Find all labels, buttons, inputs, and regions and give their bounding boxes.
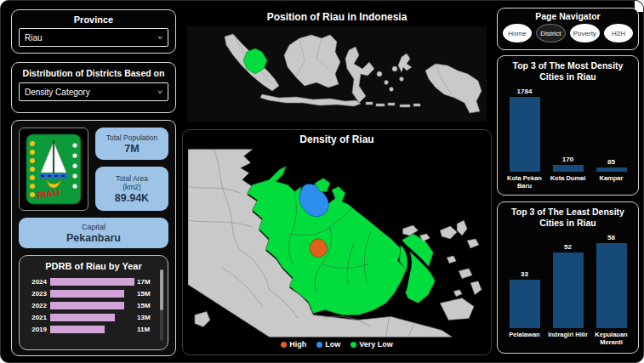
bar-value-label: 13M <box>137 314 151 321</box>
bar-category-label: Pelalawan <box>509 331 539 346</box>
density-bar[interactable] <box>510 97 540 172</box>
density-bar[interactable] <box>553 252 584 329</box>
bar-value-label: 85 <box>607 158 615 166</box>
right-sidebar: Page Navigator HomeDistrictPovertyH2H To… <box>497 8 639 354</box>
province-dropdown[interactable]: Riau ˅ <box>19 28 168 47</box>
bar-track <box>50 302 134 309</box>
bar-category-label: Kota Dumai <box>550 174 586 190</box>
bar-value-label: 17M <box>137 278 151 286</box>
pdrb-bar-row: 202215M <box>26 300 161 311</box>
nav-button-home[interactable]: Home <box>503 24 532 43</box>
province-selected: Riau <box>25 33 43 43</box>
bar-value-label: 11M <box>137 326 150 333</box>
chevron-down-icon: ˅ <box>157 88 162 96</box>
year-label: 2022 <box>26 302 47 309</box>
bar-column: 85Kampar <box>590 158 633 190</box>
least-density-bar-chart: 33Pelalawan52Indragiri Hilir58Kepulauan … <box>503 234 633 346</box>
year-label: 2021 <box>26 314 47 321</box>
nav-button-district[interactable]: District <box>536 24 565 43</box>
bar-value-label: 170 <box>562 156 573 163</box>
capital-value: Pekanbaru <box>19 232 168 244</box>
position-map-title: Position of Riau in Indonesia <box>182 6 492 23</box>
bar-column: 170Kota Dumai <box>546 156 590 190</box>
pdrb-chart-title: PDRB of Riau by Year <box>26 261 161 271</box>
indonesia-map[interactable] <box>187 26 487 122</box>
pdrb-scrollbar[interactable] <box>160 269 163 341</box>
total-population-label: Total Population <box>95 133 168 142</box>
total-population-card: Total Population 7M <box>95 128 168 160</box>
density-region-high[interactable] <box>310 239 327 257</box>
density-map-title: Density of Riau <box>183 133 491 145</box>
total-area-unit: (km2) <box>95 183 168 191</box>
legend-item-very-low: Very Low <box>350 340 393 349</box>
bar-value-label: 1784 <box>517 88 533 95</box>
legend-dot <box>350 342 356 348</box>
nav-button-h2h[interactable]: H2H <box>604 24 633 43</box>
pdrb-bar[interactable] <box>50 314 115 321</box>
bar-column: 1784Kota Pekan Baru <box>503 88 546 190</box>
legend-label: Very Low <box>359 340 393 349</box>
most-density-chart-title: Top 3 of The Most Density Cities in Riau <box>503 60 633 82</box>
capital-label: Capital <box>19 223 168 231</box>
maps-column: Position of Riau in Indonesia <box>182 6 492 355</box>
district-dashboard: Province Riau ˅ Distribution of District… <box>0 0 644 363</box>
pdrb-bar-chart: 202417M202315M202215M202113M201911M <box>26 276 161 335</box>
legend-item-low: Low <box>316 340 340 349</box>
bar-track <box>50 290 134 298</box>
least-density-chart-title: Top 3 of The Least Density Cities in Ria… <box>503 207 633 229</box>
most-density-chart-card: Top 3 of The Most Density Cities in Riau… <box>497 55 639 196</box>
year-label: 2023 <box>26 290 47 298</box>
bar-category-label: Kepulauan Meranti <box>590 331 633 346</box>
distribution-selected: Density Category <box>25 88 90 97</box>
year-label: 2024 <box>26 278 47 286</box>
density-map-card: Density of Riau <box>182 129 492 355</box>
nav-button-poverty[interactable]: Poverty <box>570 24 600 43</box>
bar-column: 33Pelalawan <box>503 270 546 346</box>
density-bar[interactable] <box>596 167 627 172</box>
legend-label: Low <box>325 340 340 349</box>
province-info-panel: RIAU Total Population 7M Total Area (km2… <box>11 120 176 356</box>
legend-dot <box>316 342 322 348</box>
bar-track <box>50 326 134 333</box>
distribution-panel: Distribution of Districts Based on Densi… <box>11 62 176 113</box>
page-navigator-panel: Page Navigator HomeDistrictPovertyH2H <box>497 8 639 50</box>
bar-value-label: 58 <box>607 234 615 241</box>
total-area-value: 89.94K <box>95 192 168 204</box>
pdrb-bar[interactable] <box>50 326 105 333</box>
legend-item-high: High <box>281 340 306 349</box>
pdrb-bar[interactable] <box>50 278 134 286</box>
bar-track <box>50 314 134 321</box>
distribution-title: Distribution of Districts Based on <box>19 68 168 78</box>
distribution-dropdown[interactable]: Density Category ˅ <box>19 82 168 101</box>
pdrb-bar-row: 202417M <box>26 276 161 287</box>
pdrb-scrollbar-thumb[interactable] <box>160 269 163 310</box>
legend-label: High <box>289 340 306 349</box>
page-navigator-buttons: HomeDistrictPovertyH2H <box>501 24 635 43</box>
province-panel: Province Riau ˅ <box>11 9 176 54</box>
bar-value-label: 33 <box>521 270 528 278</box>
page-navigator-title: Page Navigator <box>501 11 635 21</box>
pdrb-bar[interactable] <box>50 302 124 309</box>
density-bar[interactable] <box>510 280 540 328</box>
riau-crest-icon: RIAU <box>26 133 82 205</box>
total-area-label: Total Area <box>95 174 168 183</box>
legend-dot <box>281 342 287 348</box>
province-title: Province <box>19 14 168 25</box>
bar-category-label: Indragiri Hilir <box>548 331 588 346</box>
bar-value-label: 52 <box>564 243 572 251</box>
pdrb-chart-card: PDRB of Riau by Year 202417M202315M20221… <box>19 255 168 350</box>
year-label: 2019 <box>26 326 47 333</box>
density-bar[interactable] <box>553 165 584 172</box>
bar-category-label: Kota Pekan Baru <box>503 174 546 190</box>
riau-density-map[interactable] <box>188 149 486 337</box>
bar-value-label: 15M <box>137 290 151 298</box>
density-bar[interactable] <box>596 243 627 328</box>
bar-track <box>50 278 134 286</box>
total-population-value: 7M <box>95 143 168 155</box>
position-map-card: Position of Riau in Indonesia <box>182 6 492 125</box>
pdrb-bar[interactable] <box>50 290 124 298</box>
total-area-card: Total Area (km2) 89.94K <box>95 167 168 211</box>
most-density-bar-chart: 1784Kota Pekan Baru170Kota Dumai85Kampar <box>503 88 633 190</box>
pdrb-bar-row: 202315M <box>26 288 161 299</box>
density-legend: HighLowVery Low <box>183 340 491 349</box>
